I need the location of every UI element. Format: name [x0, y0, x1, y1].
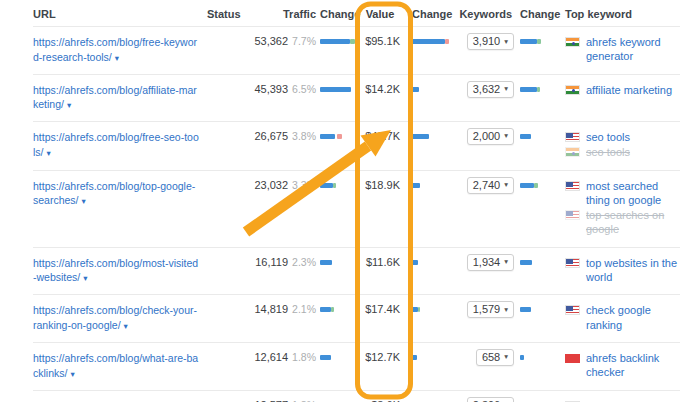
keywords-change-cell: [516, 303, 562, 333]
bar-segment: [520, 260, 532, 265]
bar-segment: [520, 87, 537, 92]
column-header-change-traffic[interactable]: Change: [318, 8, 360, 20]
traffic-value: 12,577: [254, 399, 288, 402]
keywords-dropdown-button[interactable]: 1,934▾: [467, 254, 514, 271]
url-dropdown-caret-icon[interactable]: ▾: [83, 273, 87, 283]
column-header-change-keywords[interactable]: Change: [516, 8, 562, 20]
column-header-url[interactable]: URL: [33, 8, 207, 20]
value-cell: $95.1K: [360, 35, 406, 65]
traffic-value: 12,614: [254, 351, 288, 363]
top-keyword-link[interactable]: ahrefs keyword generator: [586, 35, 680, 64]
bar-segment: [412, 39, 445, 44]
keywords-count: 3,910: [473, 35, 501, 47]
column-header-top-keyword[interactable]: Top keyword: [562, 8, 680, 20]
url-link[interactable]: https://ahrefs.com/blog/most-visited-web…: [33, 257, 198, 284]
url-dropdown-caret-icon[interactable]: ▾: [124, 321, 128, 331]
table-header: URL Status Traffic Change Value Change K…: [33, 0, 680, 26]
traffic-change-bar: [320, 355, 360, 360]
bar-segment: [320, 307, 331, 312]
bar-segment: [520, 39, 537, 44]
keywords-dropdown-button[interactable]: 1,579▾: [467, 301, 514, 318]
keywords-dropdown-button[interactable]: 2,396▾: [467, 397, 514, 402]
keywords-change-bar: [520, 134, 562, 139]
url-dropdown-caret-icon[interactable]: ▾: [70, 369, 74, 379]
url-link[interactable]: https://ahrefs.com/blog/free-seo-tools/: [33, 131, 199, 158]
traffic-percent: 3.8%: [292, 130, 316, 142]
column-header-status[interactable]: Status: [207, 8, 245, 20]
url-link[interactable]: https://ahrefs.com/blog/affiliate-market…: [33, 84, 197, 111]
column-header-keywords[interactable]: Keywords: [454, 8, 516, 20]
top-keyword-link[interactable]: seo tools: [586, 130, 630, 144]
chevron-down-icon: ▾: [504, 257, 508, 266]
traffic-change-cell: [318, 303, 360, 333]
url-dropdown-caret-icon[interactable]: ▾: [115, 53, 119, 63]
traffic-value: 45,393: [254, 83, 288, 95]
traffic-percent: 1.8%: [292, 351, 316, 363]
keywords-change-bar: [520, 183, 562, 188]
pages-table: URL Status Traffic Change Value Change K…: [0, 0, 680, 402]
value-change-cell: [406, 256, 454, 286]
keywords-count: 2,396: [473, 399, 501, 402]
keywords-dropdown-button[interactable]: 2,740▾: [467, 177, 514, 194]
traffic-change-cell: [318, 83, 360, 112]
bar-segment: [320, 355, 331, 360]
flag-us-icon: [565, 210, 580, 220]
top-keyword-item: seo tools: [565, 130, 680, 144]
value-change-cell: [406, 351, 454, 381]
value-cell: $12.7K: [360, 351, 406, 381]
top-keyword-link[interactable]: top websites in the world: [586, 256, 680, 285]
keywords-count: 2,740: [473, 179, 501, 191]
keywords-cell: 3,910▾: [454, 35, 516, 65]
keywords-dropdown-button[interactable]: 2,000▾: [467, 128, 514, 145]
bar-segment: [412, 183, 420, 188]
url-dropdown-caret-icon[interactable]: ▾: [67, 100, 71, 110]
url-cell: https://ahrefs.com/blog/affiliate-market…: [33, 83, 207, 112]
traffic-cell: 23,0323.3%: [245, 179, 318, 238]
column-header-value[interactable]: Value: [360, 8, 406, 20]
chevron-down-icon: ▾: [504, 352, 508, 361]
top-keyword-item: google search operators: [565, 399, 680, 402]
column-header-change-value[interactable]: Change: [406, 8, 454, 20]
keywords-change-bar: [520, 355, 562, 360]
chevron-down-icon: ▾: [504, 305, 508, 314]
bar-segment: [520, 355, 524, 360]
url-link[interactable]: https://ahrefs.com/blog/top-google-searc…: [33, 180, 195, 207]
value-change-bar: [412, 260, 454, 265]
top-keyword-link[interactable]: google search operators: [586, 399, 680, 402]
url-cell: https://ahrefs.com/blog/check-your-ranki…: [33, 303, 207, 333]
top-keyword-link[interactable]: most searched thing on google: [586, 179, 680, 208]
status-cell: [207, 130, 245, 161]
traffic-change-cell: [318, 179, 360, 238]
status-cell: [207, 399, 245, 402]
top-keyword-cell: check google ranking: [562, 303, 680, 333]
traffic-change-bar: [320, 307, 360, 312]
url-link[interactable]: https://ahrefs.com/blog/check-your-ranki…: [33, 304, 197, 331]
keywords-dropdown-button[interactable]: 658▾: [476, 349, 514, 366]
url-cell: https://ahrefs.com/blog/free-seo-tools/▾: [33, 130, 207, 161]
keywords-count: 3,632: [473, 83, 501, 95]
flag-us-icon: [565, 181, 580, 191]
top-keyword-link[interactable]: seo tools: [586, 145, 630, 159]
url-dropdown-caret-icon[interactable]: ▾: [82, 196, 86, 206]
table-row: https://ahrefs.com/blog/what-are-backlin…: [33, 342, 680, 390]
chevron-down-icon: ▾: [504, 131, 508, 140]
top-keyword-link[interactable]: ahrefs backlink checker: [586, 351, 680, 380]
column-header-traffic[interactable]: Traffic: [245, 8, 318, 20]
value-change-cell: [406, 179, 454, 238]
bar-segment: [534, 183, 538, 188]
traffic-change-cell: [318, 256, 360, 286]
top-keyword-item: top websites in the world: [565, 256, 680, 285]
keywords-change-bar: [520, 87, 562, 92]
top-keyword-link[interactable]: affiliate marketing: [586, 83, 672, 97]
status-cell: [207, 256, 245, 286]
url-link[interactable]: https://ahrefs.com/blog/what-are-backlin…: [33, 352, 198, 379]
keywords-count: 1,934: [473, 256, 501, 268]
url-dropdown-caret-icon[interactable]: ▾: [47, 148, 51, 158]
value-cell: $8.6K: [360, 399, 406, 402]
keywords-dropdown-button[interactable]: 3,910▾: [467, 33, 514, 50]
top-keyword-link[interactable]: check google ranking: [586, 303, 680, 332]
top-keyword-link[interactable]: top searches on google: [586, 208, 680, 237]
keywords-dropdown-button[interactable]: 3,632▾: [467, 81, 514, 98]
flag-in-icon: [565, 37, 580, 47]
bar-segment: [412, 355, 417, 360]
